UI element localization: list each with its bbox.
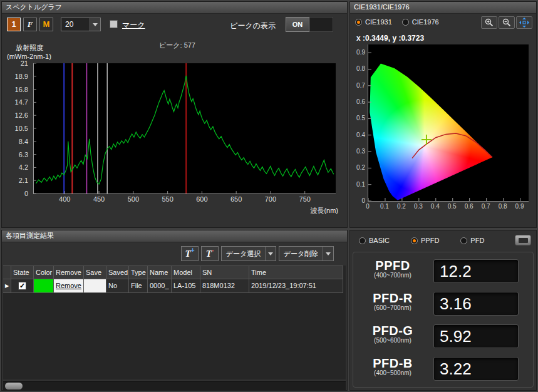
- spectrum-x-tick-label: 500: [123, 195, 144, 203]
- measurement-value-box: 3.22: [433, 357, 519, 381]
- cie-diagram-panel: CIE1931/CIE1976 CIE1931CIE1976 x :0.3449…: [349, 1, 537, 228]
- cie-y-tick-label: 0.3: [351, 148, 365, 155]
- column-header-model[interactable]: Model: [172, 266, 200, 279]
- chevron-down-icon: [266, 252, 276, 255]
- cell-type: File: [129, 279, 148, 293]
- dropdown-arrow-box[interactable]: [90, 18, 100, 31]
- state-checkbox[interactable]: ✓: [18, 282, 26, 290]
- zoom-in-button[interactable]: [481, 16, 497, 29]
- data-select-button[interactable]: データ選択: [221, 246, 276, 261]
- data-delete-button[interactable]: データ削除: [279, 246, 334, 261]
- measure-mode-basic[interactable]: BASIC: [359, 237, 390, 244]
- mark-checkbox[interactable]: [110, 20, 118, 28]
- data-delete-label: データ削除: [279, 249, 323, 259]
- data-select-label: データ選択: [222, 249, 265, 259]
- measurement-row: PFD-B(400~500nm)3.22: [353, 354, 533, 387]
- cie-y-tick-label: 0.5: [351, 115, 365, 121]
- cie-x-tick-label: 0.1: [378, 203, 391, 210]
- average-count-dropdown[interactable]: 20: [61, 18, 101, 31]
- spectrum-chart: [34, 63, 336, 193]
- measure-mode-label: PFD: [470, 237, 484, 244]
- spectrum-y-tick-label: 12.6: [2, 111, 28, 119]
- measurement-value-box: 5.92: [433, 324, 519, 348]
- cie-mode-radios: CIE1931CIE1976: [355, 18, 439, 26]
- results-panel-title: 各項目測定結果: [2, 230, 347, 242]
- cie-x-tick-label: 0.2: [395, 203, 408, 210]
- cie-x-tick-label: 0.9: [514, 203, 526, 210]
- cie-y-tick-label: 0.9: [351, 49, 365, 56]
- peak-toggle-off[interactable]: [309, 17, 333, 32]
- column-header-save[interactable]: Save: [84, 266, 106, 279]
- radio-icon: [411, 237, 418, 244]
- cell-save[interactable]: [84, 279, 106, 293]
- cie-panel-title: CIE1931/CIE1976: [350, 2, 536, 14]
- peak-display-toggle[interactable]: ON: [286, 17, 333, 32]
- column-header-sn[interactable]: SN: [200, 266, 249, 279]
- measurement-range: (500~600nm): [354, 337, 431, 344]
- cie-plot-area[interactable]: [368, 44, 529, 202]
- cie-mode-label: CIE1931: [365, 18, 392, 26]
- current-row-arrow-icon: ▶: [5, 284, 9, 289]
- zoom-out-icon: [502, 18, 512, 28]
- cie-y-tick-label: 0.4: [351, 132, 365, 138]
- spectrum-x-tick-label: 550: [157, 195, 178, 203]
- column-header-type[interactable]: Type: [129, 266, 148, 279]
- view-mode-m-button[interactable]: M: [39, 18, 53, 31]
- font-decrease-button[interactable]: T-: [201, 246, 219, 261]
- spectrum-x-tick-label: 400: [54, 195, 75, 203]
- font-increase-button[interactable]: T+: [181, 246, 199, 261]
- zoom-out-button[interactable]: [499, 16, 515, 29]
- ppfd-values-panel: BASICPPFDPFD PPFD(400~700nm)12.2PFD-R(60…: [349, 230, 537, 391]
- chromaticity-coordinates: x :0.3449, y :0.3723: [356, 34, 424, 43]
- column-header-name[interactable]: Name: [148, 266, 172, 279]
- peak-toggle-on[interactable]: ON: [286, 17, 309, 32]
- measurement-label-block: PFD-R(600~700nm): [354, 291, 431, 311]
- cell-name: 0000_: [148, 279, 172, 293]
- row-selector[interactable]: ▶: [3, 279, 11, 293]
- spectrum-panel-title: スペクトルグラフ: [2, 2, 347, 14]
- radio-icon: [359, 237, 366, 244]
- spectrum-x-tick-label: 650: [225, 195, 247, 203]
- table-row[interactable]: ▶✓RemoveNoFile0000_LA-105818M01322019/12…: [3, 279, 346, 293]
- spectrum-y-axis: 02.14.26.38.410.512.614.716.818.921: [2, 63, 30, 193]
- fit-view-button[interactable]: [516, 16, 532, 29]
- y-axis-title: 放射照度: [16, 43, 43, 53]
- view-mode-1-button[interactable]: 1: [7, 18, 21, 31]
- minus-sign: -: [212, 247, 214, 254]
- planckian-locus-curve: [412, 133, 492, 158]
- cie-x-tick-label: 0.5: [446, 203, 458, 210]
- spectrometer-app-window: { "icons": {"check": "✓", "row_arrow": "…: [0, 0, 538, 392]
- t-glyph: T: [206, 249, 212, 259]
- cie-mode-cie1976[interactable]: CIE1976: [402, 18, 439, 26]
- column-header-remove[interactable]: Remove: [54, 266, 84, 279]
- column-header-time[interactable]: Time: [249, 266, 343, 279]
- mark-label[interactable]: マーク: [122, 20, 145, 31]
- column-header-state[interactable]: State: [11, 266, 34, 279]
- display-capture-button[interactable]: [515, 235, 531, 245]
- measurement-value: 12.2: [434, 260, 518, 282]
- cell-color[interactable]: [34, 279, 54, 293]
- spectrum-y-tick-label: 18.9: [2, 73, 28, 80]
- measurement-value: 3.16: [434, 292, 518, 315]
- remove-button[interactable]: Remove: [54, 279, 84, 293]
- view-mode-f-button[interactable]: F: [23, 18, 37, 31]
- cie-overlay-chart: [368, 44, 529, 201]
- measurement-row: PFD-R(600~700nm)3.16: [353, 289, 533, 322]
- measurement-label: PFD-B: [354, 356, 431, 370]
- horizontal-scrollbar[interactable]: [3, 381, 346, 390]
- measure-mode-pfd[interactable]: PFD: [460, 237, 484, 244]
- measurement-row: PFD-G(500~600nm)5.92: [353, 322, 533, 354]
- measurement-rows-group: PPFD(400~700nm)12.2PFD-R(600~700nm)3.16P…: [353, 252, 534, 388]
- measure-mode-ppfd[interactable]: PPFD: [411, 237, 439, 244]
- measurement-value: 5.92: [434, 325, 518, 348]
- measurement-label-block: PFD-B(400~500nm): [354, 356, 431, 376]
- spectrum-plot-area[interactable]: [33, 63, 336, 194]
- column-header-color[interactable]: Color: [34, 266, 54, 279]
- spectrum-y-tick-label: 14.7: [2, 98, 28, 106]
- cie-x-tick-label: 0.7: [480, 203, 492, 210]
- spectrum-toolbar: 1 F M 20 マーク ピークの表示 ON: [3, 14, 346, 34]
- column-header-saved[interactable]: Saved: [106, 266, 129, 279]
- scrollbar-thumb[interactable]: [5, 383, 23, 389]
- cie-mode-cie1931[interactable]: CIE1931: [355, 18, 392, 26]
- expand-arrows-icon: [519, 18, 529, 28]
